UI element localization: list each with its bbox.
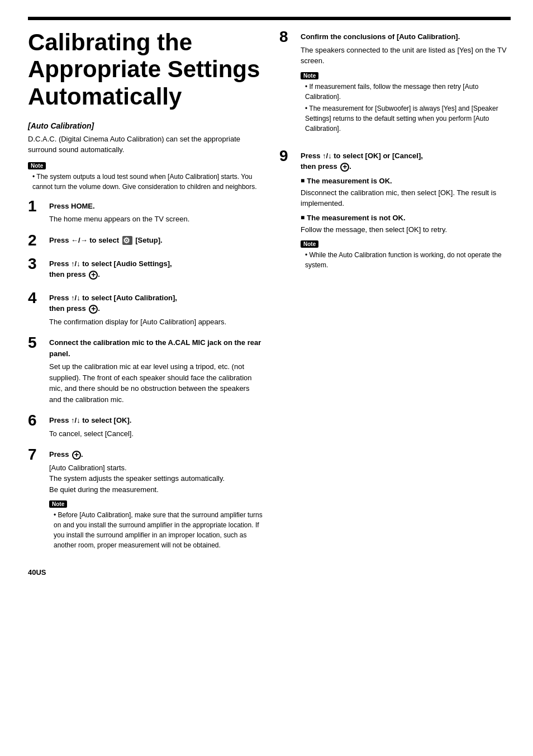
- step-6: 6 Press ↑/↓ to select [OK]. To cancel, s…: [28, 413, 263, 439]
- step-5-number: 5: [28, 335, 45, 351]
- step-8: 8 Confirm the conclusions of [Auto Calib…: [279, 29, 511, 140]
- step-8-number: 8: [279, 29, 296, 45]
- section-label: [Auto Calibration]: [28, 121, 263, 130]
- step-9-number: 9: [279, 148, 296, 164]
- step-9-sub2-heading: The measurement is not OK.: [301, 214, 511, 222]
- step-4-heading: Press ↑/↓ to select [Auto Calibration],t…: [49, 292, 263, 314]
- step-1-number: 1: [28, 199, 45, 214]
- step-2-heading: Press ←/→ to select [Setup].: [49, 235, 263, 246]
- step-9: 9 Press ↑/↓ to select [OK] or [Cancel],t…: [279, 148, 511, 277]
- step-7: 7 Press . [Auto Calibration] starts. The…: [28, 447, 263, 557]
- ok-circle-icon-4: [89, 305, 98, 314]
- step-2-number: 2: [28, 233, 45, 248]
- step-1-heading: Press HOME.: [49, 201, 263, 212]
- step-2: 2 Press ←/→ to select [Setup].: [28, 233, 263, 248]
- step-3-heading: Press ↑/↓ to select [Audio Settings],the…: [49, 258, 263, 280]
- step-6-number: 6: [28, 413, 45, 428]
- step-5-heading: Connect the calibration mic to the A.CAL…: [49, 337, 263, 359]
- step-9-heading: Press ↑/↓ to select [OK] or [Cancel],the…: [301, 150, 511, 172]
- page-footer: 40US: [28, 568, 263, 577]
- step-6-heading: Press ↑/↓ to select [OK].: [49, 415, 263, 426]
- top-border: [28, 17, 511, 20]
- step-7-number: 7: [28, 447, 45, 462]
- step-6-body: To cancel, select [Cancel].: [49, 428, 263, 440]
- step-7-note-text: • Before [Auto Calibration], make sure t…: [54, 510, 263, 550]
- step-8-heading: Confirm the conclusions of [Auto Calibra…: [301, 31, 511, 42]
- step-8-note-label: Note: [301, 72, 318, 79]
- intro-text: D.C.A.C. (Digital Cinema Auto Calibratio…: [28, 134, 263, 155]
- step-4-number: 4: [28, 290, 45, 306]
- right-column: 8 Confirm the conclusions of [Auto Calib…: [279, 29, 511, 739]
- page: Calibrating the Appropriate Settings Aut…: [0, 0, 533, 756]
- ok-circle-icon-7: [72, 451, 81, 460]
- step-9-sub1-heading: The measurement is OK.: [301, 177, 511, 185]
- step-7-note-box: Note • Before [Auto Calibration], make s…: [49, 499, 263, 550]
- setup-icon: [122, 236, 132, 245]
- left-column: Calibrating the Appropriate Settings Aut…: [28, 29, 263, 739]
- step-9-sub2-body: Follow the message, then select [OK] to …: [301, 224, 511, 235]
- step-8-note-text2: • The measurement for [Subwoofer] is alw…: [305, 103, 511, 134]
- step-7-note-label: Note: [49, 500, 67, 508]
- step-3: 3 Press ↑/↓ to select [Audio Settings],t…: [28, 256, 263, 282]
- step-7-heading: Press .: [49, 449, 263, 460]
- step-9-sub1-body: Disconnect the calibration mic, then sel…: [301, 187, 511, 209]
- step-1-body: The home menu appears on the TV screen.: [49, 214, 263, 225]
- step-8-note-text1: • If measurement fails, follow the messa…: [305, 82, 511, 102]
- page-title: Calibrating the Appropriate Settings Aut…: [28, 29, 263, 110]
- step-8-note-box: Note • If measurement fails, follow the …: [301, 71, 511, 134]
- note-label: Note: [28, 162, 46, 169]
- step-9-note-label: Note: [301, 240, 318, 248]
- ok-circle-icon-3: [89, 271, 98, 280]
- step-5: 5 Connect the calibration mic to the A.C…: [28, 335, 263, 405]
- intro-note-box: Note • The system outputs a loud test so…: [28, 161, 263, 192]
- step-5-body: Set up the calibration mic at ear level …: [49, 361, 263, 405]
- step-8-body: The speakers connected to the unit are l…: [301, 45, 511, 67]
- step-4: 4 Press ↑/↓ to select [Auto Calibration]…: [28, 290, 263, 328]
- step-7-body1: [Auto Calibration] starts. The system ad…: [49, 462, 263, 495]
- step-3-number: 3: [28, 256, 45, 272]
- intro-note-text: • The system outputs a loud test sound w…: [32, 172, 263, 192]
- step-9-note-box: Note • While the Auto Calibration functi…: [301, 239, 511, 270]
- step-4-body: The confirmation display for [Auto Calib…: [49, 316, 263, 328]
- step-9-note-text: • While the Auto Calibration function is…: [305, 250, 511, 270]
- ok-circle-icon-9: [340, 163, 349, 172]
- step-1: 1 Press HOME. The home menu appears on t…: [28, 199, 263, 225]
